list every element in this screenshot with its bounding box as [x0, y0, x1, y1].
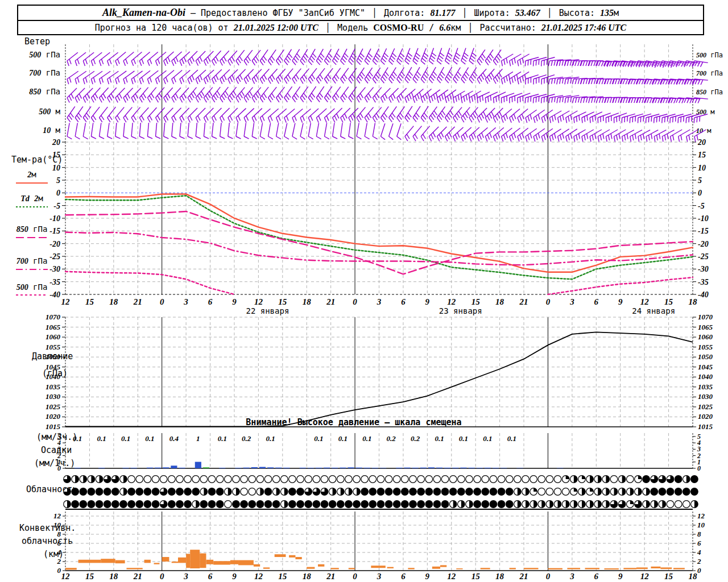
cloud-symbol-fill — [574, 476, 577, 483]
hour-label: 21 — [133, 297, 142, 306]
cloud-symbol — [449, 476, 457, 483]
wind-barb-staff — [147, 107, 156, 118]
wind-barb-staff — [164, 88, 173, 98]
wind-barb — [621, 114, 636, 123]
convective-bar — [230, 560, 238, 564]
wind-barb-feather — [315, 118, 320, 123]
wind-barb-staff — [131, 52, 142, 61]
wind-barb — [130, 52, 145, 66]
precip-hourly-bar — [251, 467, 258, 468]
convective-bar — [481, 568, 490, 569]
cloud-symbol — [402, 488, 409, 496]
wind-barb — [316, 123, 324, 139]
cloud-symbol — [425, 476, 433, 483]
cloud-symbol — [417, 501, 425, 508]
wind-barb-feather — [235, 118, 239, 123]
wind-barb-feather — [686, 61, 689, 66]
wind-barb-feather — [444, 98, 448, 103]
cloud-symbol — [128, 501, 135, 508]
pressure-ytick-right: 1050 — [698, 352, 713, 361]
wind-barb-staff — [123, 52, 134, 61]
wind-barb-feather — [398, 58, 403, 62]
wind-barb — [445, 48, 455, 64]
cloud-symbol — [433, 488, 441, 496]
hour-label: 15 — [85, 297, 94, 306]
cloud-symbol — [385, 476, 392, 483]
wind-barb-staff — [252, 69, 262, 79]
cloud-symbol — [225, 476, 232, 483]
wind-barb-feather — [500, 61, 504, 66]
wind-barb — [444, 107, 457, 122]
wind-barb-feather — [628, 136, 632, 142]
cloud-symbol — [433, 476, 441, 483]
wind-barb-staff — [365, 123, 367, 136]
precip-3h-value: 0.1 — [73, 434, 82, 443]
wind-barb-feather — [283, 118, 287, 123]
hour-label: 18 — [495, 572, 504, 581]
cloud-symbol — [241, 488, 248, 496]
wind-barb-feather — [492, 118, 497, 122]
wind-barb-staff — [292, 86, 300, 98]
precip-3h-value: 0.1 — [362, 434, 371, 443]
precip-hourly-bar — [500, 468, 507, 468]
wind-barb-staff — [220, 123, 222, 136]
wind-barb-feather — [548, 61, 550, 66]
cloud-symbol — [522, 476, 530, 483]
wind-barb-staff — [365, 68, 372, 79]
wind-barb-feather — [591, 79, 593, 84]
wind-barb-feather — [210, 79, 215, 84]
pressure-ytick-left: 1035 — [46, 383, 61, 391]
wind-barb-feather — [508, 79, 512, 84]
wind-barb-feather — [589, 136, 593, 142]
wind-barb-staff — [357, 88, 365, 98]
cloud-symbol — [667, 488, 674, 496]
convective-bar — [660, 567, 672, 569]
wind-barb-feather — [597, 136, 601, 142]
wind-barb-staff — [324, 68, 333, 79]
wind-barb-feather — [82, 79, 86, 84]
wind-barb-staff — [284, 69, 293, 79]
wind-barb-staff — [341, 123, 342, 136]
temp-ytick-right: 15 — [698, 151, 706, 159]
precip-hourly-bar — [131, 468, 137, 468]
wind-barb-feather — [626, 79, 627, 84]
wind-barb-staff — [236, 123, 238, 136]
wind-barb-staff — [83, 106, 91, 118]
wind-barb-feather — [114, 79, 118, 84]
wind-barb-feather — [527, 97, 530, 102]
wind-barb-feather — [407, 56, 412, 59]
precip-hourly-bar — [436, 468, 442, 468]
wind-barb-feather — [404, 61, 410, 64]
wind-barb-feather — [556, 136, 560, 142]
wind-barb-staff — [300, 86, 308, 98]
convective-bar — [275, 554, 286, 557]
wind-barb-feather — [90, 61, 94, 66]
conv-ytick-left: 8 — [57, 530, 61, 538]
cloud-symbol-fill — [341, 488, 344, 496]
cloud-symbol-fill — [469, 501, 473, 508]
date-label: 23 января — [439, 306, 482, 315]
wind-barb-feather — [396, 98, 400, 102]
wind-barb-feather — [575, 61, 577, 66]
wind-barb-feather — [439, 56, 444, 59]
temp-ytick-left: -30 — [49, 265, 60, 273]
wind-barb-feather — [340, 61, 345, 65]
hour-label: 0 — [353, 572, 357, 581]
wind-barb — [99, 123, 106, 139]
wind-barb-feather — [204, 136, 209, 139]
wind-barb — [572, 112, 588, 123]
cloud-symbol — [249, 476, 256, 483]
convective-bar — [295, 557, 301, 559]
wind-barb-feather — [500, 98, 503, 103]
wind-barb — [147, 123, 154, 139]
cloud-symbol — [104, 501, 111, 508]
cloud-symbol-fill — [349, 488, 352, 496]
cloud-symbol — [514, 476, 522, 483]
wind-barb — [107, 123, 114, 139]
cloud-symbol-fill — [590, 476, 593, 483]
hour-label: 21 — [326, 572, 335, 581]
cloud-symbol-fill — [598, 488, 601, 496]
precip-hourly-bar — [460, 468, 466, 468]
wind-barb — [388, 48, 399, 64]
wind-barb-feather — [613, 136, 617, 142]
